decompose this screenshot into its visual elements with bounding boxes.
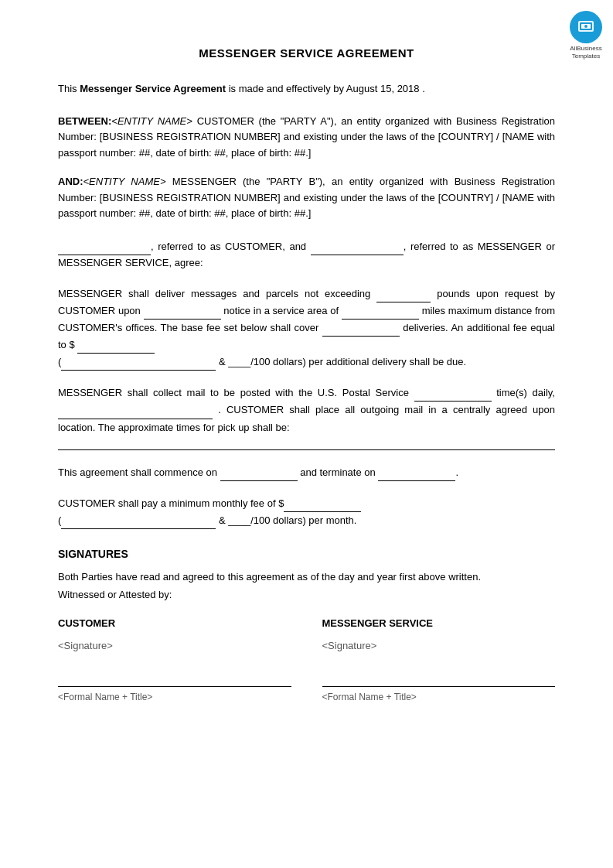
messenger-label: MESSENGER SERVICE — [322, 617, 556, 629]
term-paragraph: This agreement shall commence on and ter… — [58, 464, 555, 481]
signatures-header: SIGNATURES — [58, 548, 555, 560]
blank-fee-words-monthly — [61, 518, 216, 529]
svg-point-3 — [584, 25, 587, 28]
brand-name: AllBusiness Templates — [570, 45, 601, 60]
and-block: AND:<ENTITY NAME> MESSENGER (the "PARTY … — [58, 174, 555, 222]
blank-end-date — [378, 470, 455, 481]
referred-line: , referred to as CUSTOMER, and , referre… — [58, 239, 555, 272]
messenger-signature-text: <Signature> — [322, 640, 556, 651]
messenger-signature-line — [322, 673, 556, 687]
logo-area: AllBusiness Templates — [570, 11, 602, 60]
blank-deliveries — [322, 326, 400, 337]
customer-signature-column: CUSTOMER <Signature> <Formal Name + Titl… — [58, 617, 291, 702]
customer-label: CUSTOMER — [58, 617, 291, 629]
customer-formal-name: <Formal Name + Title> — [58, 692, 291, 702]
blank-pounds — [376, 292, 431, 302]
messenger-signature-column: MESSENGER SERVICE <Signature> <Formal Na… — [322, 617, 556, 702]
witnessed-text: Witnessed or Attested by: — [58, 589, 555, 600]
messenger-formal-name: <Formal Name + Title> — [322, 692, 556, 702]
blank-notice — [144, 309, 221, 320]
intro-paragraph: This Messenger Service Agreement is made… — [58, 81, 555, 97]
document-title: MESSENGER SERVICE AGREEMENT — [58, 46, 555, 60]
signatures-section: SIGNATURES Both Parties have read and ag… — [58, 548, 555, 702]
between-block: BETWEEN:<ENTITY NAME> CUSTOMER (the "PAR… — [58, 114, 555, 162]
signature-columns: CUSTOMER <Signature> <Formal Name + Titl… — [58, 617, 555, 702]
blank-monthly-fee — [284, 501, 361, 512]
delivery-paragraph: MESSENGER shall deliver messages and par… — [58, 285, 555, 371]
blank-customer-name — [58, 244, 151, 255]
blank-times-daily — [414, 391, 492, 402]
blank-location — [58, 408, 213, 419]
blank-fee-words — [61, 360, 216, 371]
blank-miles — [342, 309, 419, 320]
customer-signature-text: <Signature> — [58, 640, 291, 651]
mail-paragraph: MESSENGER shall collect mail to be poste… — [58, 384, 555, 449]
blank-pickup-times — [58, 439, 555, 450]
payment-paragraph: CUSTOMER shall pay a minimum monthly fee… — [58, 495, 555, 529]
customer-signature-line — [58, 673, 291, 687]
blank-start-date — [220, 470, 298, 481]
logo-icon — [570, 11, 602, 43]
signatures-intro-text: Both Parties have read and agreed to thi… — [58, 571, 555, 583]
blank-fee-amount — [77, 343, 155, 354]
blank-messenger-name — [311, 244, 404, 255]
document-page: AllBusiness Templates MESSENGER SERVICE … — [0, 0, 613, 868]
